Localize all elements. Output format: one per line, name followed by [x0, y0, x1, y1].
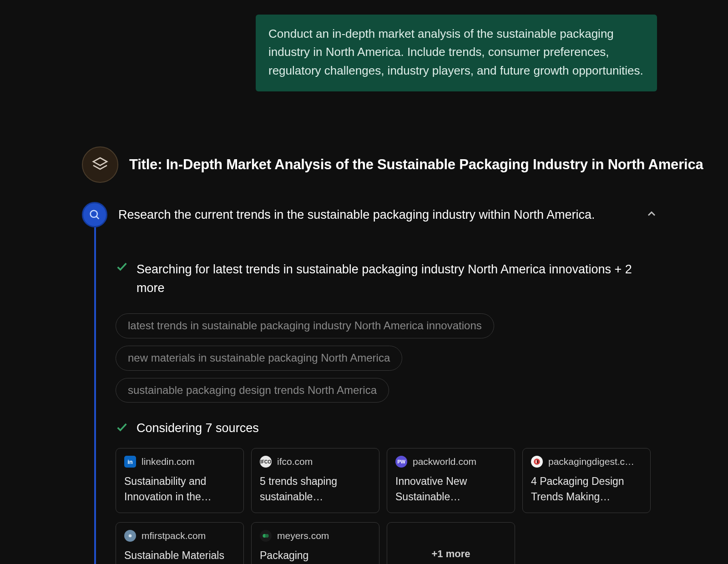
search-query-chip[interactable]: new materials in sustainable packaging N…: [116, 346, 402, 371]
source-title: 4 Packaging Design Trends Making…: [531, 474, 642, 504]
step-content: Searching for latest trends in sustainab…: [116, 260, 657, 564]
source-domain: meyers.com: [277, 530, 329, 541]
source-card[interactable]: PW packworld.com Innovative New Sustaina…: [387, 448, 515, 513]
session-title: Title: In-Depth Market Analysis of the S…: [129, 156, 703, 173]
considering-sources-line: Considering 7 sources: [116, 421, 657, 435]
user-prompt-text: Conduct an in-depth market analysis of t…: [268, 27, 643, 77]
svg-point-9: [265, 534, 269, 538]
source-domain: packworld.com: [413, 456, 476, 467]
source-domain: linkedin.com: [142, 456, 195, 467]
search-status-line: Searching for latest trends in sustainab…: [116, 260, 657, 297]
search-query-chip[interactable]: latest trends in sustainable packaging i…: [116, 313, 494, 338]
svg-point-1: [91, 211, 97, 217]
source-title: 5 trends shaping sustainable…: [260, 474, 371, 504]
source-domain: ifco.com: [277, 456, 313, 467]
source-title: Packaging Sustainability:…: [260, 548, 371, 564]
favicon-icon: IFCO: [260, 456, 272, 468]
svg-line-2: [96, 217, 99, 219]
source-card[interactable]: IFCO ifco.com 5 trends shaping sustainab…: [251, 448, 379, 513]
considering-sources-text: Considering 7 sources: [136, 421, 259, 435]
source-domain: packagingdigest.c…: [548, 456, 634, 467]
source-title: Sustainability and Innovation in the…: [124, 474, 235, 504]
source-card[interactable]: mfirstpack.com Sustainable Materials Lea…: [116, 522, 244, 564]
search-icon: [82, 202, 107, 227]
favicon-icon: PW: [395, 456, 407, 468]
source-card[interactable]: meyers.com Packaging Sustainability:…: [251, 522, 379, 564]
session-title-row: Title: In-Depth Market Analysis of the S…: [82, 146, 703, 183]
svg-marker-0: [93, 158, 107, 166]
favicon-icon: in: [124, 456, 136, 468]
timeline-line: [94, 220, 96, 564]
svg-rect-5: [537, 460, 538, 463]
source-title: Innovative New Sustainable…: [395, 474, 506, 504]
svg-point-3: [534, 459, 540, 465]
favicon-icon: [260, 530, 272, 542]
user-prompt-bubble: Conduct an in-depth market analysis of t…: [256, 15, 657, 91]
source-title: Sustainable Materials Lead the Way in…: [124, 548, 235, 564]
source-card[interactable]: packagingdigest.c… 4 Packaging Design Tr…: [522, 448, 651, 513]
research-step-label: Research the current trends in the susta…: [118, 208, 638, 222]
search-query-chip[interactable]: sustainable packaging design trends Nort…: [116, 378, 389, 403]
more-sources-label: +1 more: [432, 548, 470, 560]
favicon-icon: [124, 530, 136, 542]
search-query-chips: latest trends in sustainable packaging i…: [116, 313, 657, 403]
source-domain: mfirstpack.com: [142, 530, 206, 541]
search-status-text: Searching for latest trends in sustainab…: [136, 260, 657, 297]
check-icon: [116, 421, 128, 435]
favicon-icon: [531, 456, 543, 468]
source-card-more[interactable]: +1 more: [387, 522, 515, 564]
chevron-up-icon[interactable]: [645, 207, 658, 222]
svg-point-7: [129, 534, 132, 538]
research-step-header[interactable]: Research the current trends in the susta…: [82, 202, 658, 227]
source-card[interactable]: in linkedin.com Sustainability and Innov…: [116, 448, 244, 513]
svg-rect-4: [536, 460, 536, 463]
layers-icon: [82, 146, 118, 183]
source-cards-grid: in linkedin.com Sustainability and Innov…: [116, 448, 657, 564]
check-icon: [116, 260, 128, 275]
